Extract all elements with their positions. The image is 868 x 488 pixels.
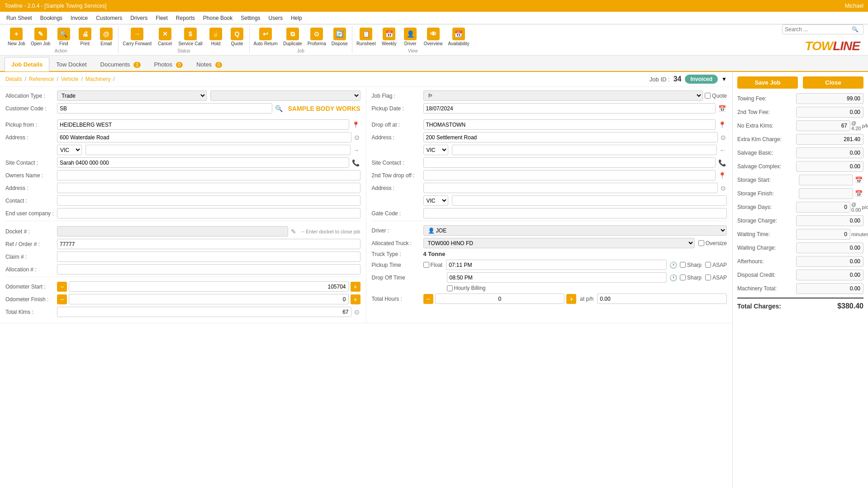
dispose-button[interactable]: 🔄 Dispose [329, 26, 350, 47]
storage-start-calendar[interactable]: 📅 [854, 176, 863, 184]
menu-settings[interactable]: Settings [237, 14, 264, 23]
tab-notes[interactable]: Notes 0 [190, 57, 229, 71]
menu-phone-book[interactable]: Phone Book [199, 14, 236, 23]
waiting-charge-value[interactable] [796, 242, 863, 253]
breadcrumb-machinery[interactable]: Machinery [85, 76, 110, 82]
customer-code-input[interactable] [57, 103, 272, 114]
menu-reports[interactable]: Reports [172, 14, 199, 23]
menu-drivers[interactable]: Drivers [127, 14, 151, 23]
pickup-arrow-icon[interactable]: → [352, 147, 360, 154]
total-hours-minus[interactable]: − [423, 294, 433, 304]
storage-finish-calendar[interactable]: 📅 [854, 190, 863, 197]
asap2-checkbox[interactable] [705, 275, 711, 280]
print-button[interactable]: 🖨 Print [75, 26, 95, 47]
pickup-from-input[interactable] [57, 119, 349, 130]
site-contact2-input[interactable] [423, 157, 716, 168]
docket-input[interactable] [57, 226, 288, 237]
state3-select[interactable]: VIC [423, 195, 448, 206]
driver-select[interactable]: 👤 JOE [423, 225, 727, 236]
allocation-input[interactable] [57, 264, 360, 275]
extra-klm-value[interactable] [796, 134, 863, 145]
salvage-basic-value[interactable] [796, 147, 863, 158]
job-flag-select[interactable]: 🏳 [423, 90, 703, 101]
runsheet-button[interactable]: 📋 Runsheet [354, 26, 378, 47]
close-button[interactable]: Close [803, 76, 863, 89]
asap-checkbox[interactable] [705, 262, 711, 268]
sharp-checkbox[interactable] [680, 262, 686, 268]
cancel-button[interactable]: ✕ Cancel [155, 26, 175, 47]
menu-invoice[interactable]: Invoice [67, 14, 91, 23]
odometer-finish-plus[interactable]: + [351, 294, 360, 304]
odometer-start-minus[interactable]: − [57, 282, 67, 292]
tow-drop-input[interactable] [423, 170, 716, 180]
menu-run-sheet[interactable]: Run Sheet [3, 14, 36, 23]
odometer-start-input[interactable] [69, 281, 349, 292]
open-job-button[interactable]: ✎ Open Job [28, 26, 52, 47]
menu-help[interactable]: Help [287, 14, 306, 23]
odometer-start-plus[interactable]: + [351, 282, 360, 292]
pickup-location-icon[interactable]: 📍 [351, 121, 360, 128]
breadcrumb-vehicle[interactable]: Vehicle [61, 76, 79, 82]
dropoff-arrow-icon[interactable]: ← [719, 147, 727, 154]
owners-name-input[interactable] [57, 170, 360, 180]
menu-fleet[interactable]: Fleet [152, 14, 171, 23]
auto-return-button[interactable]: ↩ Auto Return [251, 26, 280, 47]
new-job-button[interactable]: + New Job [5, 26, 28, 47]
end-user-input[interactable] [57, 208, 360, 218]
dropoff-address-input[interactable] [423, 132, 718, 142]
driver-button[interactable]: 👤 Driver [400, 26, 421, 47]
quote-checkbox[interactable] [705, 93, 711, 99]
allocated-truck-select[interactable]: TOW000 HINO FD [423, 238, 695, 248]
customer-search-icon[interactable]: 🔍 [274, 105, 284, 112]
storage-days-value[interactable] [796, 202, 850, 213]
disposal-credit-value[interactable] [796, 270, 863, 280]
tab-photos[interactable]: Photos 0 [147, 57, 190, 71]
pickup-address-input[interactable] [57, 132, 351, 142]
odometer-finish-minus[interactable]: − [57, 294, 67, 304]
total-hours-input[interactable] [435, 294, 565, 304]
storage-start-value[interactable] [799, 175, 853, 185]
menu-customers[interactable]: Customers [92, 14, 126, 23]
save-job-button[interactable]: Save Job [737, 76, 798, 89]
dropoff-state-select[interactable]: VIC [423, 145, 448, 155]
total-klms-input[interactable] [57, 307, 351, 317]
dropoff-time-input[interactable] [447, 272, 667, 283]
calendar-icon[interactable]: 📅 [717, 105, 727, 112]
pickup-state-select[interactable]: VIC [57, 145, 82, 155]
pickup-time-input[interactable] [446, 260, 667, 270]
find-button[interactable]: 🔍 Find [53, 26, 74, 47]
machinery-total-value[interactable] [796, 283, 863, 294]
storage-finish-value[interactable] [799, 188, 853, 199]
email-button[interactable]: @ Email [96, 26, 116, 47]
quote-button[interactable]: Q Quote [227, 26, 247, 47]
search-input[interactable] [785, 26, 848, 33]
status-dropdown-icon[interactable]: ▼ [721, 76, 727, 82]
oversize-checkbox[interactable] [698, 240, 704, 246]
tab-tow-docket[interactable]: Tow Docket [49, 57, 93, 71]
proforma-button[interactable]: ⊙ Proforma [305, 26, 328, 47]
availability-button[interactable]: 📆 Availability [446, 26, 471, 47]
ref-input[interactable] [57, 239, 360, 249]
salvage-complex-value[interactable] [796, 161, 863, 172]
klms-refresh-icon[interactable]: ⊙ [353, 308, 360, 316]
allocation-type-select[interactable]: Trade [57, 90, 207, 101]
hourly-billing-checkbox[interactable] [447, 285, 453, 291]
address2-input[interactable] [57, 183, 360, 193]
pickup-time-icon[interactable]: 🕐 [669, 261, 678, 269]
dropoff-address-icon[interactable]: ⊙ [720, 134, 727, 141]
search-bar[interactable]: 🔍 [782, 24, 863, 34]
pickup-postcode-input[interactable] [85, 145, 351, 155]
carry-forward-button[interactable]: → Carry Forward [120, 26, 154, 47]
allocation-type-select2[interactable] [210, 90, 360, 101]
dropoff-time-icon[interactable]: 🕐 [669, 274, 678, 281]
sharp2-checkbox[interactable] [680, 275, 686, 280]
phone-icon[interactable]: 📞 [351, 159, 360, 166]
total-hours-amount[interactable] [597, 294, 727, 304]
claim-input[interactable] [57, 251, 360, 262]
service-call-button[interactable]: $ Service Call [176, 26, 204, 47]
waiting-time-value[interactable] [796, 229, 850, 240]
tab-documents[interactable]: Documents 3 [94, 57, 147, 71]
tow-drop-icon[interactable]: 📍 [717, 172, 727, 179]
pickup-address-icon[interactable]: ⊙ [353, 134, 360, 141]
pickup-date-input[interactable] [423, 103, 716, 114]
